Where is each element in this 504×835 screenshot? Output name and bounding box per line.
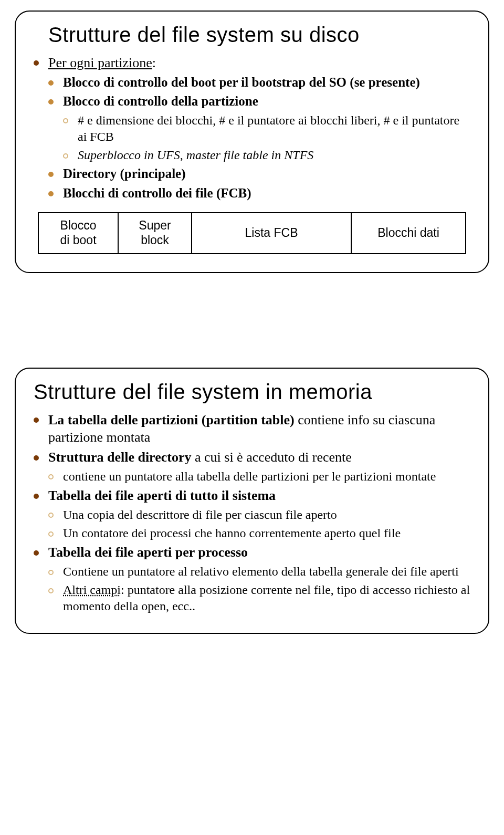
text: Lista FCB <box>245 226 298 241</box>
text: Blocchi di controllo dei file (FCB) <box>63 186 251 200</box>
list-item: Blocchi di controllo dei file (FCB) <box>48 185 470 202</box>
text: Tabella dei file aperti per processo <box>48 545 248 560</box>
list-item: La tabella delle partizioni (partition t… <box>34 411 470 447</box>
bullet-icon <box>48 172 54 177</box>
table-cell-data: Blocchi dati <box>352 213 465 253</box>
text: : puntatore alla posizione corrente nel … <box>63 583 470 613</box>
text: Super <box>139 218 171 232</box>
text: # e dimensione dei blocchi, # e il punta… <box>78 113 459 143</box>
bullet-icon <box>48 80 54 86</box>
list-item: Blocco di controllo del boot per il boot… <box>48 74 470 91</box>
bullet-icon <box>34 455 39 461</box>
text: Una copia del descrittore di file per ci… <box>63 508 337 521</box>
bullet-icon <box>48 191 54 196</box>
slide1-title: Strutture del file system su disco <box>48 23 470 47</box>
text: : <box>152 55 156 70</box>
list-item: Una copia del descrittore di file per ci… <box>48 507 470 523</box>
text: Contiene un puntatore al relativo elemen… <box>63 565 459 578</box>
list-item: Directory (principale) <box>48 165 470 183</box>
list-item: contiene un puntatore alla tabella delle… <box>48 468 470 485</box>
list-item: # e dimensione dei blocchi, # e il punta… <box>63 112 470 145</box>
bullet-icon <box>48 570 54 575</box>
list-item: Superblocco in UFS, master file table in… <box>63 147 470 163</box>
text: Un contatore dei processi che hanno corr… <box>63 526 401 540</box>
text: a cui si è acceduto di recente <box>191 450 351 465</box>
list-item: Struttura delle directory a cui si è acc… <box>34 448 470 485</box>
slide-2: Strutture del file system in memoria La … <box>15 368 489 634</box>
list-item: Altri campi: puntatore alla posizione co… <box>48 582 470 614</box>
table-cell-superblock: Super block <box>119 213 192 253</box>
text: di boot <box>60 233 96 247</box>
bullet-icon <box>34 494 39 499</box>
text: Blocchi dati <box>377 226 439 241</box>
text: Directory (principale) <box>63 166 186 181</box>
list-item: Per ogni partizione: Blocco di controllo… <box>34 54 470 202</box>
bullet-icon <box>34 418 39 423</box>
list-item: Tabella dei file aperti per processo Con… <box>34 544 470 614</box>
list-item: Blocco di controllo della partizione # e… <box>48 93 470 163</box>
bullet-icon <box>48 531 54 537</box>
text: Per ogni partizione <box>48 55 152 70</box>
bullet-icon <box>34 60 39 66</box>
text: Altri campi <box>63 583 121 597</box>
text: Tabella dei file aperti di tutto il sist… <box>48 488 276 503</box>
disk-layout-table: Blocco di boot Super block Lista FCB Blo… <box>38 212 466 254</box>
bullet-icon <box>48 513 54 518</box>
list-item: Un contatore dei processi che hanno corr… <box>48 525 470 541</box>
bullet-icon <box>34 550 39 556</box>
text: Blocco <box>60 218 96 232</box>
text: block <box>141 233 169 247</box>
list-item: Tabella dei file aperti di tutto il sist… <box>34 487 470 541</box>
text: La tabella delle partizioni (partition t… <box>48 412 295 427</box>
bullet-icon <box>48 99 54 105</box>
bullet-icon <box>63 153 68 159</box>
text: Blocco di controllo della partizione <box>63 94 258 108</box>
list-item: Contiene un puntatore al relativo elemen… <box>48 563 470 580</box>
bullet-icon <box>48 588 54 593</box>
table-cell-boot: Blocco di boot <box>39 213 119 253</box>
slide2-title: Strutture del file system in memoria <box>34 380 470 404</box>
text: Struttura delle directory <box>48 450 191 465</box>
text: Blocco di controllo del boot per il boot… <box>63 75 420 89</box>
bullet-icon <box>48 474 54 479</box>
bullet-icon <box>63 118 68 123</box>
text: Superblocco in UFS, master file table in… <box>78 148 313 162</box>
table-cell-fcb: Lista FCB <box>192 213 352 253</box>
slide-1: Strutture del file system su disco Per o… <box>15 11 489 273</box>
text: contiene un puntatore alla tabella delle… <box>63 469 436 483</box>
